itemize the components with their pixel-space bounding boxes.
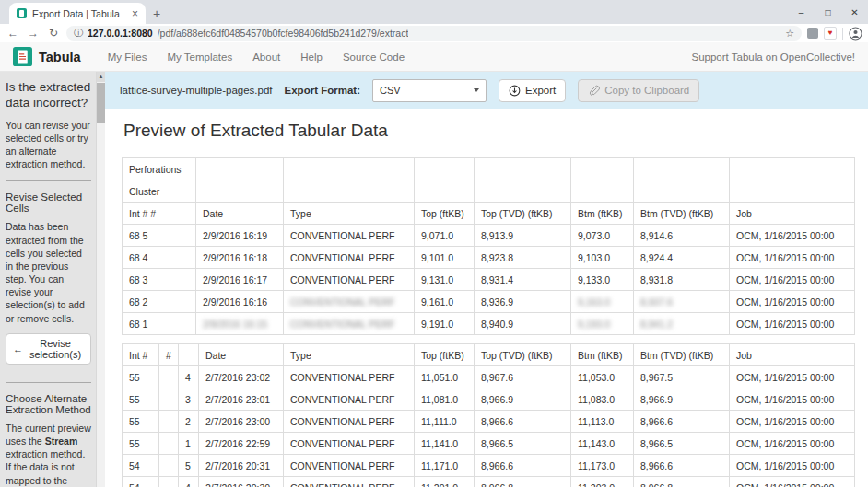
table-cell: 68 3 [123,269,196,291]
pdf-filename: lattice-survey-multiple-pages.pdf [120,85,273,96]
table-cell: 2/9/2016 16:16 [196,291,284,313]
table-cell [159,366,179,388]
table-cell: 8,966.8 [475,477,571,487]
left-arrow-icon: ← [13,343,23,354]
nav-link-help[interactable]: Help [290,52,333,63]
table-cell [284,158,415,180]
table-cell: OCM, 1/16/2015 00:00 [730,247,855,269]
table-cell: 8,924.4 [634,247,730,269]
sidebar-paragraph: The current preview uses the Stream extr… [6,422,91,487]
scrollbar-thumb[interactable] [97,83,105,123]
minimize-button[interactable]: – [788,0,815,24]
sidebar-heading-revise-selected-cells: Revise Selected Cells [6,191,91,214]
table-row: 68 22/9/2016 16:16CONVENTIONAL PERF9,161… [123,291,855,313]
sidebar-title: Is the extracted data incorrect? [6,80,91,111]
download-icon [509,85,521,97]
forward-icon[interactable]: → [26,27,41,40]
table-cell: 8,966.6 [475,455,571,477]
extension-icon[interactable] [807,28,818,39]
table-cell: OCM, 1/16/2015 00:00 [730,291,855,313]
nav-link-about[interactable]: About [242,52,290,63]
tab-close-icon[interactable]: × [132,7,138,20]
nav-link-my-templates[interactable]: My Templates [157,52,242,63]
revise-selection-button-label: Revise selection(s) [27,338,84,360]
table-cell: CONVENTIONAL PERF [284,477,415,487]
table-cell: 8,966.8 [634,477,730,487]
table-cell: 9,071.0 [415,225,475,247]
table-cell: 8,966.6 [634,411,730,433]
table-cell: Perforations [123,158,196,180]
table-cell: 5 [179,455,199,477]
table-cell: 8,966.5 [634,433,730,455]
table-cell: 2/7/2016 23:02 [199,366,284,388]
table-cell: Type [284,344,415,366]
table-cell: Int # [123,344,159,366]
profile-avatar-icon[interactable] [849,27,862,41]
brand-name[interactable]: Tabula [39,50,81,64]
sidebar-paragraph: You can revise your selected cells or tr… [6,119,91,171]
reload-icon[interactable]: ↻ [46,27,61,40]
paperclip-icon [588,85,600,97]
table-cell: # [159,344,179,366]
table-cell: OCM, 1/16/2015 00:00 [730,388,855,411]
bookmark-star-icon[interactable]: ☆ [785,28,794,40]
table-cell: 8,931.8 [634,269,730,291]
nav-link-source-code[interactable]: Source Code [333,52,415,63]
table-cell [730,158,855,180]
table-cell: 11,203.0 [571,477,634,487]
nav-link-my-files[interactable]: My Files [98,52,158,63]
copy-to-clipboard-button[interactable]: Copy to Clipboard [578,79,699,102]
table-cell: 11,141.0 [415,433,475,455]
sidebar-scrollbar[interactable]: ▲ [96,72,105,487]
table-cell: OCM, 1/16/2015 00:00 [730,225,855,247]
table-cell: 2/7/2016 22:59 [199,433,284,455]
extracted-table-1: PerforationsClusterInt # #DateTypeTop (f… [122,157,855,335]
export-format-label: Export Format: [285,85,360,96]
extension-heart-icon[interactable]: ♥ [824,27,837,40]
export-button[interactable]: Export [499,79,566,102]
table-cell: 11,083.0 [571,388,634,411]
new-tab-button[interactable]: + [146,3,168,24]
extracted-table-2: Int ##DateTypeTop (ftKB)Top (TVD) (ftKB)… [122,343,855,487]
table-cell [571,180,634,203]
browser-tab[interactable]: Export Data | Tabula × [9,3,146,24]
table-cell: 8,914.6 [634,225,730,247]
url-host: 127.0.0.1:8080 [88,28,153,39]
table-cell: Btm (ftKB) [571,344,634,366]
table-cell: 2/7/2016 20:30 [199,477,284,487]
table-cell: 9,101.0 [415,247,475,269]
table-cell: 2/7/2016 20:31 [199,455,284,477]
table-cell [159,388,179,411]
table-cell: CONVENTIONAL PERF [284,313,415,335]
table-cell [179,344,199,366]
table-row: Perforations [123,158,855,180]
address-input[interactable]: ⓘ 127.0.0.1:8080 /pdf/a688efc6df04854570… [66,26,802,41]
scrollbar-up-icon[interactable]: ▲ [97,72,105,82]
export-bar: lattice-survey-multiple-pages.pdf Export… [105,72,868,109]
table-cell: 9,163.0 [571,291,634,313]
table-cell [159,477,179,487]
table-cell: 2/7/2016 23:00 [199,411,284,433]
table-cell: Cluster [123,180,196,203]
maximize-button[interactable]: □ [815,0,841,24]
table-cell: Btm (TVD) (ftKB) [634,344,730,366]
back-icon[interactable]: ← [6,27,20,40]
revise-selection-button[interactable]: ←Revise selection(s) [6,333,91,365]
close-button[interactable]: ✕ [841,0,868,24]
info-icon[interactable]: ⓘ [74,27,83,40]
table-cell: 54 [123,477,159,487]
page-title: Preview of Extracted Tabular Data [123,121,868,141]
table-cell: Btm (ftKB) [571,203,634,225]
export-format-select[interactable]: CSV [372,79,487,102]
window-controls: – □ ✕ [788,0,868,24]
table-cell: CONVENTIONAL PERF [284,455,415,477]
export-button-label: Export [525,85,556,96]
tab-strip: Export Data | Tabula × + – □ ✕ [0,0,868,24]
table-cell: 55 [123,388,159,411]
table-cell: 8,966.6 [634,455,730,477]
support-link[interactable]: Support Tabula on OpenCollective! [691,52,855,63]
extracted-tables: PerforationsClusterInt # #DateTypeTop (f… [122,157,868,487]
tabula-logo[interactable] [13,47,32,66]
table-cell: Top (ftKB) [415,344,475,366]
copy-button-label: Copy to Clipboard [604,85,689,96]
